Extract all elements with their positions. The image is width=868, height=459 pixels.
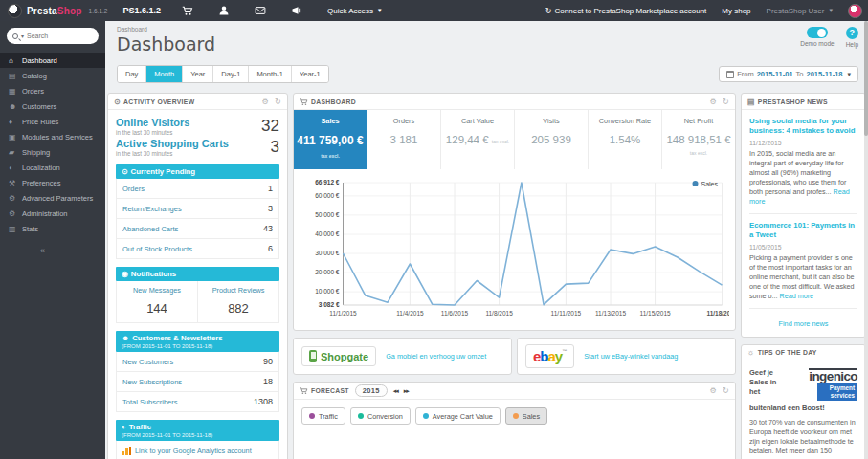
legend-traffic-button[interactable]: Traffic	[301, 407, 345, 425]
active-carts-metric[interactable]: Active Shopping Carts in the last 30 min…	[116, 138, 279, 157]
legend-conversion-button[interactable]: Conversion	[350, 407, 411, 425]
breadcrumb[interactable]: Dashboard	[117, 26, 858, 33]
sidebar-collapse-button[interactable]: «	[0, 246, 105, 255]
legend-average-cart-value-button[interactable]: Average Cart Value	[415, 407, 501, 425]
google-analytics-link[interactable]: Link to your Google Analytics account	[116, 441, 279, 459]
sidebar-item-advanced-parameters[interactable]: ⚙Advanced Parameters	[0, 190, 105, 206]
article-title-link[interactable]: Using social media for your business: 4 …	[749, 117, 857, 136]
kpi-cart-value[interactable]: Cart Value 129,44 € tax excl.	[441, 110, 515, 169]
find-more-news-link[interactable]: Find more news	[749, 316, 857, 330]
date-filter-bar: Day Month Year Day-1 Month-1 Year-1 From…	[117, 65, 858, 83]
ebay-banner[interactable]: ebay™ Start uw eBay-winkel vandaag	[517, 338, 736, 375]
kpi-conversion-rate[interactable]: Conversion Rate 1.54%	[589, 110, 662, 169]
demo-mode-toggle[interactable]: Demo mode	[800, 27, 834, 48]
next-year-button[interactable]: ▸▸	[404, 387, 409, 395]
svg-text:11/6/2015: 11/6/2015	[441, 310, 469, 317]
ingenico-logo[interactable]: ingenico Payment services	[789, 368, 857, 401]
read-more-link[interactable]: Read more	[780, 292, 814, 300]
help-button[interactable]: ? Help	[846, 27, 858, 48]
new-subscriptions-row[interactable]: New Subscriptions18	[117, 372, 278, 392]
sync-icon: ↻	[545, 7, 552, 15]
total-subscribers-row[interactable]: Total Subscribers1308	[117, 392, 278, 411]
marketplace-link[interactable]: ↻ Connect to PrestaShop Marketplace acco…	[545, 7, 706, 15]
refresh-icon[interactable]: ↻	[723, 98, 729, 106]
refresh-icon[interactable]: ↻	[723, 386, 729, 395]
shop-code[interactable]: PS1.6.1.2	[122, 6, 161, 15]
date-range-picker[interactable]: From2015-11-01 To2015-11-18 ▾	[719, 66, 858, 82]
cart-icon[interactable]	[182, 5, 193, 16]
svg-text:11/13/2015: 11/13/2015	[595, 310, 626, 317]
svg-text:10 000 €: 10 000 €	[315, 288, 340, 295]
user-avatar[interactable]	[848, 4, 862, 18]
sidebar-item-shipping[interactable]: ▰Shipping	[0, 144, 105, 160]
pending-returns-row[interactable]: Return/Exchanges3	[117, 199, 278, 219]
clock-icon: ⊙	[122, 167, 128, 176]
quick-access-menu[interactable]: Quick Access▾	[327, 7, 382, 15]
sidebar-item-preferences[interactable]: ⚒Preferences	[0, 175, 105, 190]
gear-icon[interactable]: ⚙	[710, 98, 717, 106]
sidebar-item-modules-and-services[interactable]: ▣Modules and Services	[0, 129, 105, 144]
kpi-sales[interactable]: Sales 411 759,00 € tax excl.	[294, 110, 367, 169]
range-month-button[interactable]: Month	[146, 66, 183, 82]
pending-orders-row[interactable]: Orders1	[117, 179, 278, 199]
range-year-1-button[interactable]: Year-1	[292, 66, 328, 82]
svg-text:40 000 €: 40 000 €	[315, 230, 340, 237]
scrollbar[interactable]	[864, 21, 868, 459]
mail-icon[interactable]	[255, 5, 266, 16]
my-shop-link[interactable]: My shop	[722, 7, 750, 15]
range-year-button[interactable]: Year	[183, 66, 213, 82]
gear-icon[interactable]: ⚙	[262, 98, 269, 106]
sidebar-item-catalog[interactable]: ▤Catalog	[0, 68, 105, 83]
svg-text:60 000 €: 60 000 €	[315, 192, 340, 199]
prestashop-logo[interactable]: PrestaShop 1.6.1.2	[0, 4, 115, 18]
gear-icon[interactable]: ⚙	[710, 386, 717, 395]
refresh-icon[interactable]: ↻	[275, 98, 281, 106]
sales-line-chart[interactable]: 11/1/201511/4/201511/6/201511/8/201511/1…	[300, 173, 729, 328]
traffic-header: ◐Traffic (FROM 2015-11-01 TO 2015-11-18)	[116, 420, 279, 441]
sidebar-item-administration[interactable]: ⚙Administration	[0, 206, 105, 221]
customers-icon: ☻	[122, 334, 129, 342]
customers-icon[interactable]	[218, 5, 230, 16]
toggle-on-icon[interactable]	[807, 27, 828, 38]
shopgate-banner[interactable]: Shopgate Ga mobiel en verhoog uw omzet	[293, 338, 512, 375]
product-reviews-cell[interactable]: Product Reviews 882	[197, 281, 278, 322]
megaphone-icon[interactable]	[291, 5, 302, 16]
google-analytics-icon	[122, 447, 131, 455]
sidebar-item-dashboard[interactable]: ⌂Dashboard	[0, 53, 105, 68]
top-bar: PrestaShop 1.6.1.2 PS1.6.1.2 Quick Acces…	[0, 0, 868, 21]
svg-text:11/4/2015: 11/4/2015	[396, 310, 424, 317]
phone-icon	[309, 350, 317, 362]
new-customers-row[interactable]: New Customers90	[117, 352, 278, 372]
range-day-button[interactable]: Day	[118, 66, 146, 82]
online-visitors-metric[interactable]: Online Visitors in the last 30 minutes 3…	[116, 117, 279, 136]
svg-text:66 912 €: 66 912 €	[315, 179, 340, 186]
new-messages-cell[interactable]: New Messages 144	[117, 281, 197, 322]
article-title-link[interactable]: Ecommerce 101: Payments in a Tweet	[749, 221, 857, 240]
news-article: Ecommerce 101: Payments in a Tweet 11/05…	[749, 221, 857, 301]
kpi-orders[interactable]: Orders 3 181	[367, 110, 441, 169]
user-menu[interactable]: PrestaShop User▾	[767, 7, 833, 15]
sidebar-item-customers[interactable]: ☻Customers	[0, 98, 105, 114]
average-cart-value-dot-icon	[423, 413, 429, 419]
sidebar-item-localization[interactable]: ◐Localization	[0, 160, 105, 175]
stats-icon: ▥	[9, 225, 22, 233]
out-of-stock-row[interactable]: Out of Stock Products6	[117, 239, 278, 258]
home-icon: ⌂	[9, 56, 22, 65]
chevron-down-icon[interactable]: ▾	[21, 33, 24, 39]
kpi-visits[interactable]: Visits 205 939	[515, 110, 589, 169]
customers-newsletters-header: ☻Customers & Newsletters (FROM 2015-11-0…	[116, 331, 279, 352]
sidebar-item-orders[interactable]: ▦Orders	[0, 83, 105, 98]
range-day-1-button[interactable]: Day-1	[213, 66, 249, 82]
svg-text:20 000 €: 20 000 €	[315, 269, 340, 275]
previous-year-button[interactable]: ◂◂	[393, 387, 398, 395]
sidebar-item-price-rules[interactable]: ♦Price Rules	[0, 114, 105, 129]
kpi-net-profit[interactable]: Net Profit 148 918,51 € tax excl.	[662, 110, 735, 169]
legend-sales-button[interactable]: Sales	[505, 407, 547, 425]
currently-pending-header: ⊙Currently Pending	[116, 164, 279, 179]
svg-text:3 082 €: 3 082 €	[319, 301, 340, 308]
abandoned-carts-row[interactable]: Abandoned Carts43	[117, 219, 278, 239]
range-month-1-button[interactable]: Month-1	[249, 66, 292, 82]
sidebar-item-stats[interactable]: ▥Stats	[0, 221, 105, 236]
chevron-down-icon: ▾	[847, 71, 851, 78]
search-input[interactable]	[27, 33, 93, 39]
